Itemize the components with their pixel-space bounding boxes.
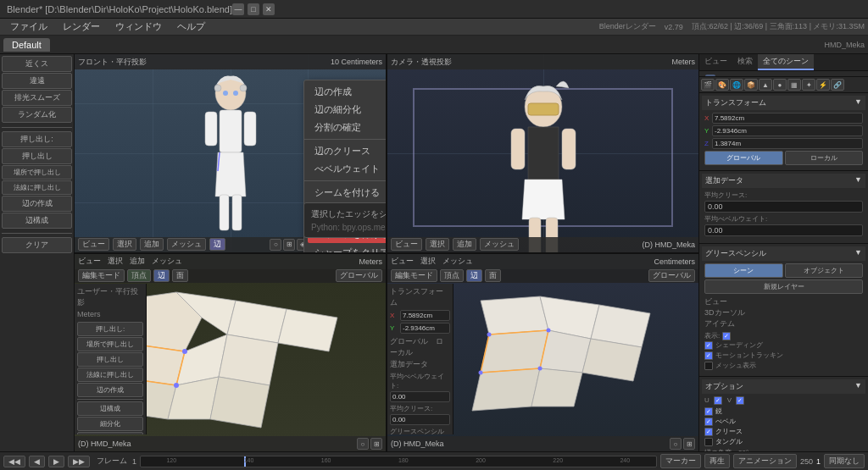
vp-tr-select-btn[interactable]: 選択 [426,238,449,251]
menu-help[interactable]: ヘルプ [170,19,212,35]
vp-tr-view-btn[interactable]: ビュー [391,238,422,251]
minimize-button[interactable]: — [232,3,244,15]
timeline-sound-btn[interactable]: 同期なし [824,454,865,468]
btn-法線押し出し[interactable]: 法線に押し出し [2,180,72,195]
vp-bl-icon1[interactable]: ○ [357,438,369,450]
sharp-check[interactable]: ✓ [704,407,713,416]
vp-br-icon2[interactable]: ⊞ [683,438,695,450]
prop-icon-const[interactable]: 🔗 [831,79,844,91]
timeline-end-btn[interactable]: ▶▶ [68,456,90,467]
viewport-top-right[interactable]: カメラ・透視投影 Meters ビュー 選択 追加 メッシュ (D) HMD_M… [387,54,698,252]
bevel-check[interactable]: ✓ [704,417,713,426]
motion-check[interactable]: ✓ [704,351,713,360]
maximize-button[interactable]: □ [248,3,259,15]
scene-btn[interactable]: シーン [704,263,783,278]
bl-btn5[interactable]: 辺の作成 [77,383,143,397]
vp-br-icon1[interactable]: ○ [670,438,682,450]
vp-tr-add-btn[interactable]: 追加 [453,238,476,251]
prop-icon-tex[interactable]: ▦ [787,79,801,91]
vp-br-global[interactable]: グローバル [648,269,695,282]
prop-icon-scene[interactable]: 🎨 [715,79,729,91]
btn-押し出し[interactable]: 押し出し: [2,131,72,147]
crease-check[interactable]: ✓ [704,428,713,436]
ctx-べベルウェイト[interactable]: べベルウェイト [304,160,386,178]
vp-icon-sphere[interactable]: ○ [270,239,281,251]
prop-icon-obj[interactable]: 📦 [744,79,758,91]
prop-icon-phys[interactable]: ⚡ [816,79,830,91]
bl-btn8[interactable]: ループカット+ス [77,432,143,435]
close-button[interactable]: ✕ [263,3,275,15]
v-check[interactable]: ✓ [736,396,744,405]
br-mean-bevel[interactable]: 0.00 [390,414,450,425]
btn-排光スムーズ[interactable]: 排光スムーズ [2,90,72,106]
options-header[interactable]: オプション ▼ [702,379,865,394]
vp-br-edit-mode[interactable]: 編集モード [391,269,437,282]
btn-ランダム化[interactable]: ランダム化 [2,107,72,123]
vp-view-btn[interactable]: ビュー [78,238,109,251]
vertex-mode-btn[interactable]: 頂点 [127,269,151,282]
vp-mesh-btn[interactable]: メッシュ [167,238,206,251]
x-input[interactable]: 7.5892cm [712,113,863,124]
vp-edge-btn[interactable]: 辺 [209,238,225,251]
timeline-nla-btn[interactable]: 再生 [704,454,730,468]
menu-file[interactable]: ファイル [3,19,54,35]
tab-default[interactable]: Default [3,38,50,52]
ctx-辺クリース[interactable]: 辺のクリース Shift E [304,142,386,160]
timeline-play-btn[interactable]: ▶ [48,456,64,467]
prop-icon-render[interactable]: 🎬 [701,79,715,91]
btn-押し出し2[interactable]: 押し出し [2,148,72,164]
viewport-bottom-left[interactable]: ビュー 選択 追加 メッシュ Meters 編集モード 頂点 辺 面 グローバル… [75,254,386,452]
timeline-anim-btn[interactable]: アニメーション [733,454,797,468]
local-btn[interactable]: ローカル [785,151,864,165]
viewport-bottom-right[interactable]: ビュー 選択 メッシュ Centimeters 編集モード 頂点 辺 面 グロー… [387,254,698,452]
tab-view[interactable]: ビュー [699,54,732,70]
u-check[interactable]: ✓ [714,396,722,405]
btn-場所押し出し[interactable]: 場所で押し出し [2,165,72,180]
vp-add-btn[interactable]: 追加 [140,238,164,251]
ctx-シャープをクリア[interactable]: シャープをクリア [304,244,386,252]
vp-select-btn[interactable]: 選択 [113,238,136,251]
bl-btn1[interactable]: 押し出し: [77,322,143,336]
tab-all-scenes[interactable]: 全てのシーン [758,54,814,70]
edge-mode-btn[interactable]: 辺 [153,269,170,282]
transform-header[interactable]: トランスフォーム ▼ [702,96,865,110]
vp-br-vertex[interactable]: 頂点 [440,269,464,282]
ctx-辺の細分化[interactable]: 辺の細分化 [304,101,386,119]
z-input[interactable]: 1.3874m [712,138,863,149]
global-btn[interactable]: グローバル [704,151,783,165]
btn-辺構成[interactable]: 辺構成 [2,213,72,229]
vp-br-face[interactable]: 面 [485,269,501,282]
timeline-prev-btn[interactable]: ◀ [29,456,45,467]
btn-違遠[interactable]: 違遠 [2,73,72,89]
br-mean-crease[interactable]: 0.00 [390,391,450,402]
grease-header[interactable]: グリースペンシル ▼ [702,246,865,261]
menu-window[interactable]: ウィンドウ [108,19,169,35]
timeline-start-btn[interactable]: ◀◀ [3,456,25,467]
prop-icon-mat[interactable]: ● [773,79,787,91]
mesh-disp-check[interactable] [704,362,713,370]
bl-btn2[interactable]: 場所で押し出し [77,337,143,351]
timeline-keyframe-btn[interactable]: マーカー [660,454,701,468]
tangle-check[interactable] [704,438,713,446]
vp-br-edge[interactable]: 辺 [466,269,482,282]
bl-btn7[interactable]: 細分化 [77,417,143,431]
prop-icon-part[interactable]: ✦ [802,79,815,91]
btn-クリア[interactable]: クリア [2,237,72,253]
prop-icon-mesh[interactable]: ▲ [759,79,772,91]
edit-mode-btn[interactable]: 編集モード [78,269,125,282]
br-y-val[interactable]: -2.9346cm [400,323,450,334]
mean-bevel-val[interactable]: 0.00 [704,224,863,236]
display-check[interactable]: ✓ [722,332,731,340]
mean-crease-val[interactable]: 0.00 [704,201,863,213]
prop-icon-world[interactable]: 🌐 [730,79,743,91]
face-mode-btn[interactable]: 面 [172,269,188,282]
bl-btn4[interactable]: 法線に押し出し [77,368,143,382]
bl-btn3[interactable]: 押し出し [77,352,143,367]
ctx-シームを付ける[interactable]: シームを付ける [304,184,386,202]
y-input[interactable]: -2.9346cm [712,125,863,136]
object-btn[interactable]: オブジェクト [785,263,864,278]
new-layer-btn[interactable]: 新規レイヤー [704,279,863,294]
viewport-top-left[interactable]: フロント・平行投影 10 Centimeters ビュー 選択 追加 メッシュ … [75,54,386,252]
shading-check[interactable]: ✓ [704,341,713,350]
vp-icon-wire[interactable]: ⊞ [283,239,295,251]
